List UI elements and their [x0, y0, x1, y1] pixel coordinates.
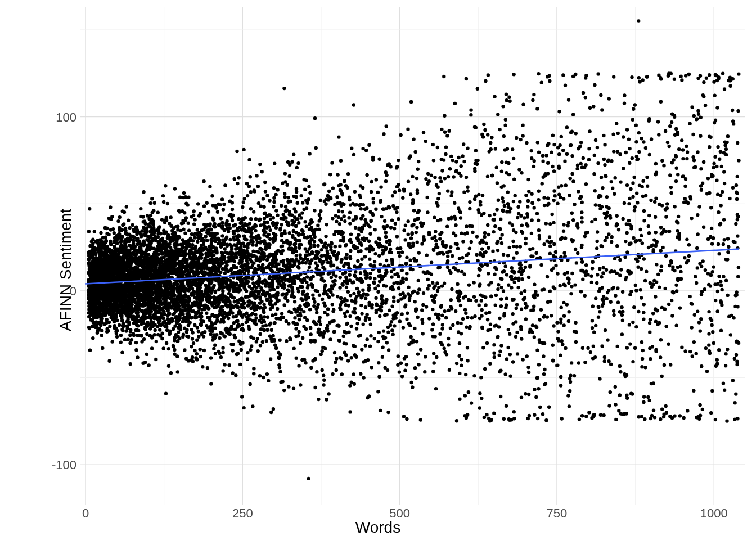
svg-point-6058 — [297, 232, 300, 235]
svg-point-7277 — [148, 297, 151, 300]
svg-point-2822 — [162, 200, 165, 204]
svg-point-7418 — [119, 277, 123, 281]
svg-point-7433 — [705, 370, 709, 373]
svg-point-4739 — [287, 247, 290, 250]
svg-point-5890 — [705, 76, 708, 80]
svg-point-3313 — [302, 310, 305, 313]
svg-point-3096 — [255, 174, 258, 177]
svg-point-2633 — [667, 343, 670, 346]
svg-point-4143 — [174, 245, 177, 249]
svg-point-3274 — [580, 201, 584, 204]
svg-point-3444 — [443, 130, 447, 134]
svg-point-7106 — [587, 411, 591, 414]
svg-point-7027 — [459, 291, 462, 295]
svg-point-1432 — [307, 185, 310, 188]
svg-point-6300 — [596, 230, 599, 233]
svg-point-999 — [685, 145, 688, 148]
svg-point-7060 — [176, 256, 179, 260]
svg-point-4214 — [132, 239, 135, 242]
svg-point-3084 — [688, 195, 692, 199]
plot-panel — [80, 7, 745, 505]
svg-point-7377 — [424, 355, 427, 358]
svg-point-3487 — [368, 232, 372, 236]
svg-point-5026 — [451, 159, 454, 162]
svg-point-5465 — [493, 213, 496, 216]
svg-point-7440 — [102, 300, 105, 304]
svg-point-4078 — [272, 288, 276, 291]
svg-point-4267 — [676, 278, 680, 282]
svg-point-4805 — [260, 300, 263, 303]
svg-point-3729 — [544, 418, 548, 422]
svg-point-2577 — [605, 297, 608, 300]
svg-point-275 — [640, 234, 643, 237]
svg-point-6977 — [706, 237, 710, 241]
svg-point-914 — [153, 201, 156, 205]
svg-point-7280 — [156, 333, 160, 336]
svg-point-4088 — [309, 332, 313, 336]
svg-point-3736 — [360, 312, 363, 315]
svg-point-5349 — [370, 219, 373, 222]
svg-point-6753 — [468, 224, 471, 228]
svg-point-657 — [688, 350, 692, 353]
svg-point-310 — [674, 284, 678, 287]
svg-point-6822 — [487, 246, 490, 250]
svg-point-6793 — [294, 322, 297, 326]
svg-point-7094 — [238, 363, 242, 366]
svg-point-7170 — [174, 309, 178, 312]
svg-point-6708 — [207, 232, 210, 235]
svg-point-3253 — [420, 242, 424, 245]
svg-point-4075 — [298, 318, 301, 321]
x-tick-label: 500 — [389, 506, 410, 521]
svg-point-6247 — [577, 190, 580, 193]
svg-point-6858 — [177, 286, 181, 290]
svg-point-2446 — [440, 314, 444, 317]
svg-point-6288 — [467, 284, 471, 287]
svg-point-5028 — [503, 204, 506, 208]
svg-point-6422 — [231, 343, 235, 346]
svg-point-6784 — [118, 215, 122, 219]
svg-point-7101 — [280, 260, 283, 263]
svg-point-5693 — [557, 192, 561, 196]
svg-point-6064 — [214, 336, 217, 339]
svg-point-3490 — [533, 413, 536, 417]
svg-point-3318 — [688, 122, 691, 125]
svg-point-6676 — [241, 281, 244, 284]
svg-point-4414 — [732, 240, 735, 243]
svg-point-7516 — [307, 477, 310, 480]
svg-point-3921 — [377, 269, 381, 273]
svg-point-1308 — [614, 418, 618, 421]
svg-point-6190 — [152, 307, 155, 310]
svg-point-4119 — [562, 251, 566, 255]
svg-point-7456 — [481, 253, 484, 256]
svg-point-3583 — [326, 292, 329, 296]
svg-point-4369 — [316, 224, 320, 227]
svg-point-5323 — [402, 280, 405, 284]
svg-point-1111 — [412, 209, 416, 212]
svg-point-6321 — [209, 325, 213, 328]
svg-point-6615 — [353, 264, 356, 268]
svg-point-3428 — [258, 218, 262, 221]
svg-point-3537 — [130, 223, 134, 227]
svg-point-6861 — [446, 224, 449, 228]
svg-point-5920 — [229, 308, 232, 312]
svg-point-2486 — [299, 256, 302, 260]
svg-point-4794 — [610, 235, 614, 238]
svg-point-5399 — [478, 317, 482, 320]
svg-point-6237 — [202, 267, 206, 270]
svg-point-4405 — [552, 242, 556, 246]
svg-point-6573 — [258, 277, 261, 280]
svg-point-4114 — [295, 190, 298, 194]
svg-point-5629 — [176, 370, 179, 374]
svg-point-1835 — [605, 236, 608, 239]
svg-point-1992 — [494, 294, 498, 297]
svg-point-1578 — [428, 284, 431, 287]
svg-point-7453 — [139, 232, 142, 236]
svg-point-6162 — [602, 295, 605, 299]
svg-point-3316 — [465, 326, 468, 329]
svg-point-5731 — [702, 226, 705, 229]
svg-point-4652 — [345, 310, 349, 313]
svg-point-6303 — [181, 246, 184, 249]
svg-point-6213 — [162, 321, 165, 324]
svg-point-6517 — [307, 284, 310, 287]
svg-point-4847 — [433, 176, 436, 179]
